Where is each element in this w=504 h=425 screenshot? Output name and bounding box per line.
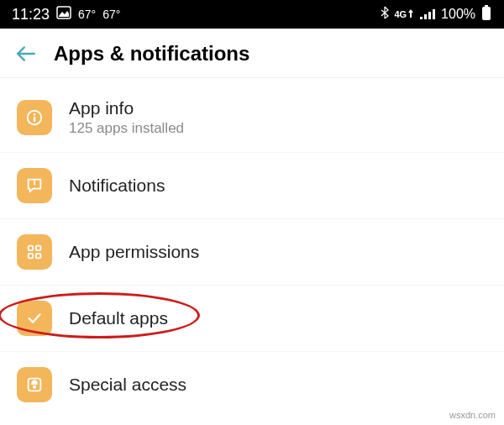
svg-rect-1 xyxy=(482,7,491,20)
item-special-access[interactable]: Special access xyxy=(0,352,504,417)
info-icon xyxy=(17,100,52,135)
item-sublabel: 125 apps installed xyxy=(69,120,184,137)
watermark: wsxdn.com xyxy=(449,410,496,420)
item-text: Notifications xyxy=(69,176,165,196)
svg-rect-11 xyxy=(29,254,34,259)
status-temp-2: 67° xyxy=(102,8,120,21)
item-label: App permissions xyxy=(69,242,199,262)
grid-icon xyxy=(17,234,52,270)
svg-rect-12 xyxy=(36,254,41,259)
item-text: Default apps xyxy=(69,308,168,328)
svg-rect-10 xyxy=(36,246,41,251)
battery-percent: 100% xyxy=(441,7,475,22)
item-text: Special access xyxy=(69,375,186,395)
status-temp-1: 67° xyxy=(78,8,96,21)
battery-icon xyxy=(480,4,492,24)
item-label: Notifications xyxy=(69,176,165,196)
svg-rect-6 xyxy=(34,117,35,122)
svg-point-14 xyxy=(34,386,35,388)
header: Apps & notifications xyxy=(0,29,504,78)
status-right: 4G 100% xyxy=(381,4,492,24)
svg-point-5 xyxy=(34,113,36,116)
svg-point-7 xyxy=(34,183,35,185)
item-label: App info xyxy=(69,98,184,118)
settings-list: App info 125 apps installed Notification… xyxy=(0,78,504,422)
item-app-info[interactable]: App info 125 apps installed xyxy=(0,83,504,153)
item-app-permissions[interactable]: App permissions xyxy=(0,219,504,286)
item-label: Default apps xyxy=(69,308,168,328)
page-title: Apps & notifications xyxy=(54,42,249,66)
message-icon xyxy=(17,168,52,203)
signal-icon xyxy=(419,8,436,20)
status-left: 11:23 67° 67° xyxy=(12,6,120,24)
image-icon xyxy=(56,6,71,23)
back-button[interactable] xyxy=(15,43,37,65)
check-icon xyxy=(17,301,52,336)
item-notifications[interactable]: Notifications xyxy=(0,153,504,219)
item-default-apps[interactable]: Default apps xyxy=(0,286,504,352)
status-time: 11:23 xyxy=(12,6,50,24)
item-label: Special access xyxy=(69,375,186,395)
bluetooth-icon xyxy=(381,6,389,23)
app-icon xyxy=(17,367,52,402)
item-text: App permissions xyxy=(69,242,199,262)
network-4g-icon: 4G xyxy=(394,9,414,19)
item-text: App info 125 apps installed xyxy=(69,98,184,137)
svg-rect-9 xyxy=(29,246,34,251)
svg-rect-2 xyxy=(485,5,488,7)
status-bar: 11:23 67° 67° 4G 100% xyxy=(0,0,504,29)
